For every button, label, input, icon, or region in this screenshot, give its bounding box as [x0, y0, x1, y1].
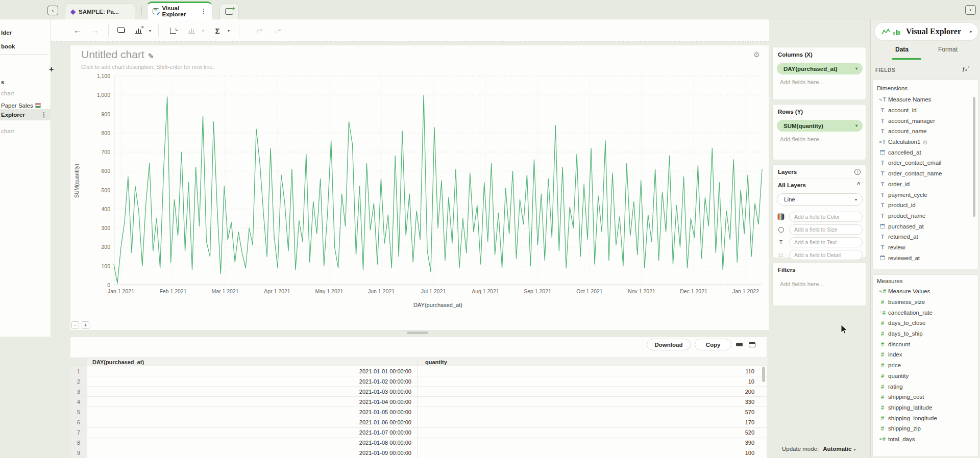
pill-caret-icon[interactable]: ▾	[855, 123, 857, 128]
field-item[interactable]: Torder_contact_name	[873, 168, 978, 179]
pill-caret-icon[interactable]: ▾	[855, 66, 857, 71]
expand-panel-icon[interactable]: ›	[965, 5, 976, 15]
column-header-date[interactable]: DAY(purchased_at)	[87, 358, 418, 366]
field-item[interactable]: #rating	[873, 381, 978, 392]
columns-field-pill[interactable]: DAY(purchased_at) ▾	[777, 63, 863, 74]
add-page-button[interactable]: +	[49, 65, 54, 74]
maximize-table-icon[interactable]	[749, 342, 755, 347]
table-scrollbar[interactable]	[762, 367, 765, 382]
table-row[interactable]: 62021-01-06 00:00:00170	[70, 417, 768, 427]
field-item[interactable]: #shipping_longitude	[873, 413, 978, 423]
panel-resize-handle[interactable]	[407, 332, 428, 334]
remove-chart-icon[interactable]: ✕	[132, 19, 145, 42]
sort-descending-icon[interactable]: ↓⁼	[272, 19, 284, 42]
table-row[interactable]: 82021-01-08 00:00:00390	[70, 438, 768, 448]
sidebar-item[interactable]: Explorer⋮	[0, 109, 51, 120]
canvas-zoom-out-button[interactable]: −	[71, 321, 79, 329]
rows-shelf-placeholder[interactable]: Add fields here...	[780, 136, 824, 142]
field-item[interactable]: =#total_days	[873, 434, 978, 445]
sidebar-item[interactable]: chart	[0, 125, 51, 137]
aggregate-sigma-icon[interactable]: Σ	[212, 19, 223, 42]
field-item[interactable]: Treview	[873, 242, 978, 253]
field-item[interactable]: Tproduct_id	[873, 200, 978, 211]
field-item[interactable]: #shipping_cost	[873, 392, 978, 402]
mark-type-select[interactable]: Line ▾	[777, 193, 863, 206]
sidebar-item[interactable]: book	[0, 41, 51, 52]
dimensions-scrollbar[interactable]	[973, 97, 975, 217]
table-row[interactable]: 42021-01-04 00:00:00330	[70, 397, 768, 407]
duplicate-element-icon[interactable]	[115, 19, 129, 42]
undo-back-icon[interactable]: ←	[71, 19, 84, 42]
field-item[interactable]: Tproduct_name	[873, 211, 978, 221]
field-item[interactable]: Torder_id	[873, 179, 978, 190]
field-item[interactable]: Taccount_name	[873, 126, 978, 137]
chart-type-caret-icon[interactable]: ▾	[147, 19, 153, 42]
table-row[interactable]: 12021-01-01 00:00:00110	[70, 366, 768, 376]
tab-menu-icon[interactable]: ⋮	[201, 8, 207, 15]
field-item[interactable]: #shipping_zip	[873, 423, 978, 434]
table-row[interactable]: 92021-01-09 00:00:00100	[70, 448, 768, 458]
field-item[interactable]: =#cancellation_rate	[873, 307, 978, 318]
field-item[interactable]: #price	[873, 360, 978, 371]
tab-sample-workbook[interactable]: ◈ SAMPLE: Pa...	[65, 3, 135, 19]
app-switcher-caret-icon[interactable]: ▾	[970, 30, 972, 34]
field-item[interactable]: Tpayment_cycle	[873, 189, 978, 200]
canvas-zoom-in-button[interactable]: +	[82, 321, 89, 329]
table-row[interactable]: 72021-01-07 00:00:00520	[70, 428, 768, 438]
new-element-tab-button[interactable]: +	[219, 3, 239, 19]
chart-description-placeholder[interactable]: Click to add chart description. Shift-en…	[81, 64, 214, 70]
item-menu-icon[interactable]: ⋮	[41, 111, 47, 118]
field-item[interactable]: #days_to_ship	[873, 328, 978, 339]
field-item[interactable]: ∿TMeasure Names	[873, 94, 978, 105]
field-item[interactable]: #discount	[873, 339, 978, 349]
bar-size-caret-icon[interactable]: ▾	[200, 19, 206, 42]
tab-format[interactable]: Format	[938, 46, 958, 53]
field-item[interactable]: cancelled_at	[873, 147, 978, 158]
collapse-layer-chevron-icon[interactable]: ^	[857, 182, 860, 187]
add-field-drop-target[interactable]: Add a field to Detail	[789, 250, 863, 260]
rows-field-pill[interactable]: SUM(quantity) ▾	[777, 120, 863, 132]
field-item[interactable]: ∿#Measure Values	[873, 286, 978, 297]
add-formula-button[interactable]: ƒx+	[962, 64, 970, 73]
field-item[interactable]: =TCalculation1◎	[873, 137, 978, 147]
field-item[interactable]: Torder_contact_email	[873, 158, 978, 168]
swap-axes-icon[interactable]	[166, 19, 180, 42]
chart-title[interactable]: Untitled chart	[81, 48, 144, 61]
collapse-table-icon[interactable]	[736, 343, 743, 346]
app-switcher[interactable]: Visual Explorer ▾	[874, 22, 978, 41]
field-item[interactable]: purchased_at	[873, 221, 978, 232]
download-button[interactable]: Download	[647, 339, 691, 350]
field-item[interactable]: Taccount_manager	[873, 115, 978, 126]
tab-visual-explorer[interactable]: ∿✓ Visual Explorer ⋮	[147, 2, 212, 19]
columns-shelf-placeholder[interactable]: Add fields here...	[780, 79, 824, 85]
aggregate-caret-icon[interactable]: ▾	[226, 19, 232, 42]
edit-title-pencil-icon[interactable]: ✎	[148, 52, 154, 60]
field-item[interactable]: reviewed_at	[873, 252, 978, 263]
field-item[interactable]: #business_size	[873, 297, 978, 308]
field-item[interactable]: Taccount_id	[873, 105, 978, 116]
sidebar-item[interactable]: s	[0, 77, 51, 88]
add-field-drop-target[interactable]: Add a field to Text	[789, 237, 863, 247]
redo-forward-icon[interactable]: →	[89, 19, 101, 42]
collapse-sidebar-icon[interactable]: ‹	[47, 6, 58, 15]
tab-data[interactable]: Data	[895, 46, 909, 53]
update-mode-control[interactable]: Update mode:Automatic▾	[782, 446, 856, 452]
sidebar-item[interactable]: chart	[0, 88, 51, 99]
bar-size-icon[interactable]	[185, 19, 198, 42]
field-item[interactable]: #days_to_close	[873, 318, 978, 328]
sidebar-item[interactable]: lder	[0, 27, 51, 38]
field-item[interactable]: #quantity	[873, 371, 978, 381]
table-row[interactable]: 32021-01-03 00:00:00200	[70, 387, 768, 397]
column-header-quantity[interactable]: quantity	[418, 358, 768, 366]
layers-info-icon[interactable]: i	[854, 169, 861, 175]
chart-settings-gear-icon[interactable]: ⚙	[753, 50, 760, 59]
field-item[interactable]: #index	[873, 349, 978, 360]
copy-button[interactable]: Copy	[695, 339, 731, 350]
field-item[interactable]: Treturned_at	[873, 232, 978, 242]
field-item[interactable]: #shipping_latitude	[873, 402, 978, 413]
all-layers-label[interactable]: All Layers	[778, 182, 806, 188]
table-row[interactable]: 22021-01-02 00:00:0010	[70, 376, 768, 387]
sort-ascending-icon[interactable]: ↑⁼	[253, 19, 265, 42]
table-row[interactable]: 52021-01-05 00:00:00570	[70, 407, 768, 417]
add-field-drop-target[interactable]: Add a field to Color	[789, 212, 863, 222]
